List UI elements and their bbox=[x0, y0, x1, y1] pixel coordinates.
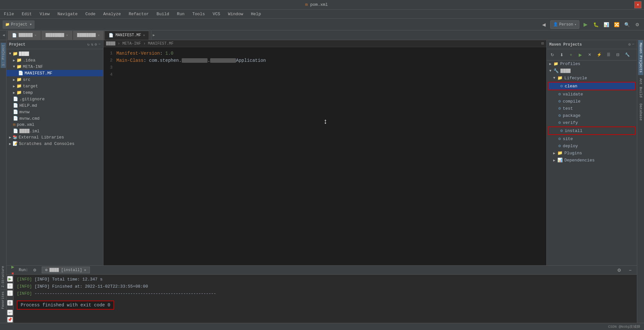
maven-profiles[interactable]: ▶ 📁 Profiles bbox=[547, 60, 637, 67]
tab-close-1[interactable]: ✕ bbox=[35, 33, 37, 37]
sort-icon[interactable]: ⇅ bbox=[91, 42, 93, 47]
favorites-tab[interactable]: Favorites bbox=[1, 292, 5, 309]
console-scroll-up-btn[interactable]: ↑ bbox=[7, 283, 13, 289]
tree-manifest[interactable]: 📄 MANIFEST.MF bbox=[6, 70, 103, 76]
project-panel-tab[interactable]: 1: Project bbox=[1, 43, 6, 68]
settings-button[interactable]: ⚙ bbox=[633, 20, 641, 29]
tree-mvnw-cmd[interactable]: 📄 mvnw.cmd bbox=[6, 115, 103, 122]
pom-xml-icon: m bbox=[13, 122, 16, 127]
back-nav-button[interactable]: ◀ bbox=[540, 20, 548, 29]
tree-gitignore[interactable]: 📄 .gitignore bbox=[6, 96, 103, 102]
run-tab-label: ████ [install] bbox=[49, 268, 82, 272]
search-button[interactable]: 🔍 bbox=[623, 20, 631, 29]
tree-temp[interactable]: ▶ 📁 temp bbox=[6, 89, 103, 96]
maven-add-btn[interactable]: + bbox=[567, 50, 575, 59]
tab-nav-left[interactable]: ◀ bbox=[3, 33, 5, 37]
maven-lifecycle-install[interactable]: ⚙ install bbox=[548, 126, 636, 135]
maven-refresh-btn[interactable]: ↻ bbox=[548, 50, 556, 59]
maven-run-btn[interactable]: ▶ bbox=[576, 50, 585, 59]
tree-root[interactable]: ▼ 📁 ████ bbox=[6, 50, 103, 57]
maven-plugins[interactable]: ▶ 📁 Plugins bbox=[547, 149, 637, 157]
tree-src[interactable]: ▶ 📁 src bbox=[6, 76, 103, 83]
maven-lifecycle-compile[interactable]: ⚙ compile bbox=[547, 98, 637, 105]
maven-lifecycle-test[interactable]: ⚙ test bbox=[547, 105, 637, 112]
menu-code[interactable]: Code bbox=[84, 11, 97, 17]
menu-file[interactable]: File bbox=[3, 11, 15, 17]
maven-skip-test-btn[interactable]: ✕ bbox=[585, 50, 594, 59]
tree-scratches[interactable]: ▶ 📝 Scratches and Consoles bbox=[6, 140, 103, 147]
console-pin-btn[interactable]: 📌 bbox=[7, 317, 13, 323]
tree-target[interactable]: ▶ 📁 target bbox=[6, 83, 103, 89]
tree-help-md[interactable]: 📄 HELP.md bbox=[6, 102, 103, 109]
run-button[interactable]: ▶ bbox=[581, 20, 590, 29]
minimize-icon[interactable]: − bbox=[98, 42, 101, 47]
menu-edit[interactable]: Edit bbox=[20, 11, 33, 17]
menu-view[interactable]: View bbox=[38, 11, 51, 17]
tab-close-manifest[interactable]: ✕ bbox=[143, 33, 145, 37]
console-scroll-down-btn[interactable]: ↓ bbox=[7, 290, 13, 296]
maven-lifecycle-verify[interactable]: ⚙ verify bbox=[547, 119, 637, 126]
tree-meta-inf[interactable]: ▼ 📁 META-INF bbox=[6, 63, 103, 70]
bottom-gear-btn[interactable]: ⚙ bbox=[615, 266, 623, 274]
tab-file-3[interactable]: ████████ ✕ bbox=[73, 31, 104, 40]
tree-pom-xml[interactable]: m pom.xml bbox=[6, 122, 103, 128]
sync-icon[interactable]: ↻ bbox=[87, 42, 90, 47]
menu-window[interactable]: Window bbox=[227, 11, 244, 17]
maven-lifecycle-package[interactable]: ⚙ package bbox=[547, 112, 637, 119]
close-button[interactable]: ✕ bbox=[634, 1, 641, 8]
menu-build[interactable]: Build bbox=[155, 11, 170, 17]
tree-iml[interactable]: 📄 ████.iml bbox=[6, 128, 103, 134]
tab-nav-right[interactable]: ▶ bbox=[153, 33, 155, 37]
maven-collapse-btn[interactable]: ⊟ bbox=[614, 50, 622, 59]
mvnw-cmd-label: mvnw.cmd bbox=[19, 116, 39, 121]
run-tab-install[interactable]: ⚙ ████ [install] ✕ bbox=[42, 267, 90, 273]
maven-vert-tab[interactable]: Maven Projects bbox=[638, 40, 643, 75]
maven-download-btn[interactable]: ⬇ bbox=[557, 50, 566, 59]
run-config-gear-btn[interactable]: ⚙ bbox=[31, 266, 39, 274]
console-clear-btn[interactable]: 🗑 bbox=[7, 300, 13, 306]
gear-settings-icon[interactable]: ⚙ bbox=[95, 42, 97, 47]
tree-idea[interactable]: ▶ 📁 .idea bbox=[6, 57, 103, 63]
database-vert-tab[interactable]: Database bbox=[638, 101, 643, 123]
main-content: 1: Project Project ↻ ⇅ ⚙ − ▼ 📁 ████ ▶ 📁 bbox=[0, 40, 644, 330]
tab-close-3[interactable]: ✕ bbox=[98, 33, 100, 37]
debug-button[interactable]: 🐛 bbox=[592, 20, 600, 29]
maven-minimize-icon[interactable]: − bbox=[632, 42, 634, 47]
menu-navigate[interactable]: Navigate bbox=[56, 11, 79, 17]
z-structure-tab[interactable]: Z-Structure bbox=[1, 266, 5, 287]
maven-lifecycle-deploy[interactable]: ⚙ deploy bbox=[547, 142, 637, 149]
tab-file-1[interactable]: 📄 ██████ ✕ bbox=[8, 31, 41, 40]
maven-project-root[interactable]: ▼ 🔧 ████ bbox=[547, 67, 637, 74]
maven-lifecycle[interactable]: ▼ 📁 Lifecycle bbox=[547, 74, 637, 82]
coverage-button[interactable]: 📊 bbox=[602, 20, 610, 29]
console-run-btn[interactable]: ▶ bbox=[7, 276, 13, 282]
console-wrap-btn[interactable]: ↩ bbox=[7, 310, 13, 315]
bottom-minimize-btn[interactable]: − bbox=[626, 266, 634, 274]
menu-analyze[interactable]: Analyze bbox=[102, 11, 122, 17]
editor-close-split-icon[interactable]: ⊡ bbox=[542, 41, 544, 46]
menu-help[interactable]: Help bbox=[250, 11, 262, 17]
menu-tools[interactable]: Tools bbox=[191, 11, 206, 17]
tab-file-2[interactable]: ████████ ✕ bbox=[41, 31, 72, 40]
ant-build-vert-tab[interactable]: Ant Build bbox=[638, 76, 643, 100]
tree-external-libs[interactable]: ▶ 📚 External Libraries bbox=[6, 134, 103, 140]
maven-dependencies[interactable]: ▶ 📊 Dependencies bbox=[547, 157, 637, 164]
tab-manifest[interactable]: 📄 MANIFEST.MF ✕ bbox=[104, 31, 149, 40]
root-arrow: ▼ bbox=[9, 52, 11, 56]
git-button[interactable]: 🔀 bbox=[612, 20, 621, 29]
maven-wrench-btn[interactable]: 🔧 bbox=[623, 50, 631, 59]
run-tab-close[interactable]: ✕ bbox=[84, 268, 86, 272]
maven-lifecycle-clean[interactable]: ⚙ clean bbox=[548, 82, 636, 90]
status-bar: CSDN @No8g攻城獅 bbox=[0, 323, 644, 330]
maven-lifecycle-site[interactable]: ⚙ site bbox=[547, 135, 637, 142]
menu-vcs[interactable]: VCS bbox=[211, 11, 221, 17]
menu-run[interactable]: Run bbox=[176, 11, 186, 17]
run-green-btn[interactable]: ▶ bbox=[10, 264, 16, 270]
tab-close-2[interactable]: ✕ bbox=[66, 33, 68, 37]
maven-settings-icon[interactable]: ⚙ bbox=[628, 42, 631, 47]
maven-generate-btn[interactable]: ⚡ bbox=[595, 50, 603, 59]
maven-lifecycle-validate[interactable]: ⚙ validate bbox=[547, 91, 637, 98]
tree-mvnw[interactable]: 📄 mvnw bbox=[6, 109, 103, 115]
maven-toggle-btn[interactable]: ☰ bbox=[604, 50, 613, 59]
menu-refactor[interactable]: Refactor bbox=[127, 11, 150, 17]
